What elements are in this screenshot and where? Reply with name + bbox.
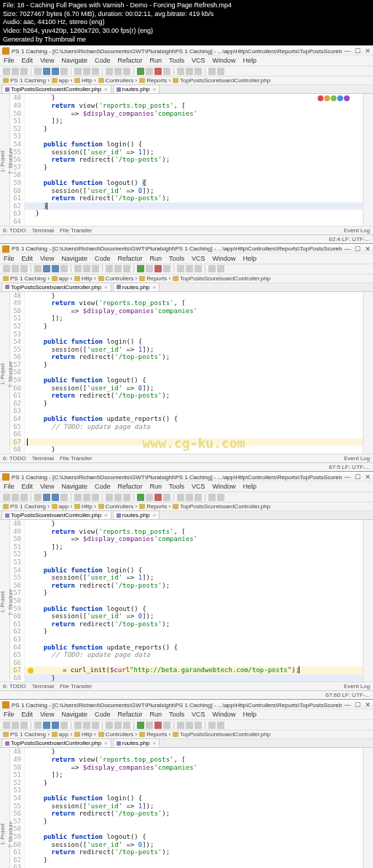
- menu-vcs[interactable]: VCS: [188, 56, 209, 66]
- menu-vcs[interactable]: VCS: [188, 254, 209, 264]
- breadcrumb-item[interactable]: TopPostsScoreboardController.php: [173, 275, 270, 282]
- tab-close-icon[interactable]: ×: [153, 740, 157, 746]
- menu-code[interactable]: Code: [91, 254, 114, 264]
- menu-help[interactable]: Help: [240, 710, 261, 719]
- breadcrumb-item[interactable]: app ›: [52, 275, 72, 282]
- code-line[interactable]: return redirect('/top-posts');: [25, 848, 363, 856]
- menu-window[interactable]: Window: [209, 710, 240, 719]
- toolbar-button[interactable]: [106, 722, 113, 729]
- toolbar-button[interactable]: [186, 68, 193, 75]
- toolbar-button[interactable]: [20, 68, 28, 75]
- code-line[interactable]: session(['user_id' => 1]);: [25, 574, 363, 582]
- event-log-button[interactable]: Event Log: [344, 455, 370, 462]
- close-button[interactable]: ✕: [363, 473, 373, 481]
- toolbar-button[interactable]: [146, 265, 153, 272]
- menu-refactor[interactable]: Refactor: [114, 482, 146, 492]
- toolbar-button[interactable]: [195, 265, 202, 272]
- code-line[interactable]: [25, 864, 363, 868]
- toolbar-button[interactable]: [34, 494, 42, 501]
- toolbar-button[interactable]: [74, 68, 82, 75]
- code-line[interactable]: public function login() {: [25, 567, 363, 575]
- toolbar-button[interactable]: [208, 68, 216, 75]
- menu-file[interactable]: File: [0, 710, 18, 719]
- code-line[interactable]: }: [25, 674, 363, 682]
- code-line[interactable]: => $display_companies'companies': [25, 307, 363, 315]
- breadcrumb-item[interactable]: Reports ›: [139, 275, 170, 282]
- code-line[interactable]: }: [25, 628, 363, 636]
- breadcrumb-item[interactable]: Controllers ›: [98, 731, 138, 738]
- code-line[interactable]: [25, 407, 363, 415]
- breadcrumb-item[interactable]: TopPostsScoreboardController.php: [173, 77, 270, 84]
- menu-refactor[interactable]: Refactor: [114, 710, 146, 719]
- breadcrumb-item[interactable]: Http ›: [74, 731, 96, 738]
- maximize-button[interactable]: ☐: [353, 701, 363, 709]
- menu-code[interactable]: Code: [91, 710, 114, 719]
- menu-file[interactable]: File: [0, 56, 18, 66]
- toolbar-button[interactable]: [43, 265, 50, 272]
- toolbar-button[interactable]: [60, 494, 68, 501]
- toolbar-button[interactable]: [217, 722, 224, 729]
- code-line[interactable]: [25, 430, 363, 438]
- toolbar-button[interactable]: [195, 68, 202, 75]
- code-line[interactable]: session(['user_id' => 1]);: [25, 149, 363, 157]
- menu-help[interactable]: Help: [240, 56, 261, 66]
- breadcrumb-item[interactable]: Controllers ›: [98, 77, 138, 84]
- minimize-button[interactable]: —: [342, 47, 353, 55]
- code-line[interactable]: [25, 438, 363, 446]
- toolbar-button[interactable]: [177, 494, 184, 501]
- bottom-tab[interactable]: Terminal: [32, 455, 54, 462]
- toolbar-button[interactable]: [146, 494, 153, 501]
- toolbar-button[interactable]: [154, 68, 162, 75]
- code-editor[interactable]: } return view('reports.top_posts', [ => …: [25, 520, 363, 682]
- menu-window[interactable]: Window: [209, 254, 240, 264]
- menu-tools[interactable]: Tools: [165, 482, 188, 492]
- menu-navigate[interactable]: Navigate: [58, 482, 91, 492]
- code-line[interactable]: [25, 825, 363, 833]
- toolbar-button[interactable]: [83, 68, 90, 75]
- menu-vcs[interactable]: VCS: [188, 710, 209, 719]
- toolbar-button[interactable]: [20, 494, 28, 501]
- toolbar-button[interactable]: [92, 722, 99, 729]
- toolbar-button[interactable]: [154, 494, 162, 501]
- toolbar-button[interactable]: [92, 265, 99, 272]
- code-line[interactable]: }: [25, 400, 363, 408]
- toolbar-button[interactable]: [83, 722, 90, 729]
- code-editor[interactable]: } return view('reports.top_posts', [ => …: [25, 748, 363, 868]
- code-line[interactable]: }: [25, 589, 363, 597]
- code-line[interactable]: [25, 171, 363, 179]
- toolbar-button[interactable]: [83, 494, 90, 501]
- editor-tab[interactable]: TopPostsScoreboardController.php×: [1, 84, 111, 93]
- tab-close-icon[interactable]: ×: [104, 86, 108, 92]
- code-line[interactable]: }: [25, 164, 363, 172]
- breadcrumb-item[interactable]: Reports ›: [139, 731, 170, 738]
- code-line[interactable]: => $display_companies'companies': [25, 110, 363, 118]
- toolbar-button[interactable]: [146, 722, 153, 729]
- menu-code[interactable]: Code: [91, 56, 114, 66]
- toolbar-button[interactable]: [34, 722, 42, 729]
- toolbar-button[interactable]: [20, 265, 28, 272]
- intention-bulb-icon[interactable]: [28, 668, 34, 674]
- code-line[interactable]: return redirect('/top-posts');: [25, 620, 363, 628]
- bottom-tab[interactable]: Terminal: [32, 683, 54, 690]
- toolbar-button[interactable]: [106, 68, 113, 75]
- breadcrumb-item[interactable]: TopPostsScoreboardController.php: [173, 731, 270, 738]
- maximize-button[interactable]: ☐: [353, 473, 363, 481]
- toolbar-button[interactable]: [163, 722, 170, 729]
- menu-vcs[interactable]: VCS: [188, 482, 209, 492]
- code-line[interactable]: }: [25, 446, 363, 454]
- toolbar-button[interactable]: [186, 265, 193, 272]
- code-line[interactable]: session(['user_id' => 0]);: [25, 612, 363, 620]
- maximize-button[interactable]: ☐: [353, 47, 363, 55]
- code-line[interactable]: }: [25, 779, 363, 787]
- toolbar-button[interactable]: [12, 494, 19, 501]
- toolbar-button[interactable]: [163, 68, 170, 75]
- code-line[interactable]: session(['user_id' => 0]);: [25, 187, 363, 195]
- menu-run[interactable]: Run: [146, 254, 165, 264]
- tool-window-button[interactable]: 7: Structure: [8, 360, 13, 389]
- code-line[interactable]: }: [25, 202, 363, 210]
- toolbar-button[interactable]: [74, 494, 82, 501]
- toolbar-button[interactable]: [208, 494, 216, 501]
- toolbar-button[interactable]: [114, 68, 122, 75]
- code-line[interactable]: return view('reports.top_posts', [: [25, 756, 363, 764]
- event-log-button[interactable]: Event Log: [344, 227, 370, 234]
